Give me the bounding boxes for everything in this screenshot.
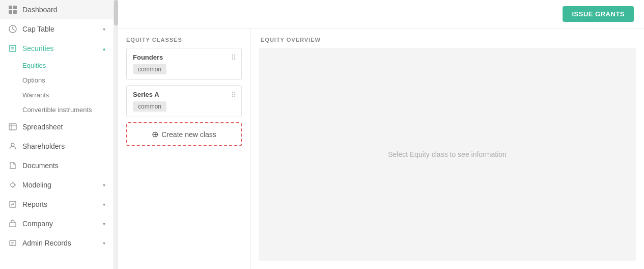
admin-records-icon [8,238,17,248]
chevron-down-icon: ▾ [103,202,105,207]
card-tag-series-a: common [133,101,166,112]
documents-icon [8,161,17,170]
svg-point-11 [11,143,14,146]
sidebar-item-securities[interactable]: Securities ▴ [0,39,114,58]
svg-rect-14 [10,223,16,227]
issue-grants-button[interactable]: ISSUE GRANTS [563,6,634,22]
dashboard-icon [8,5,17,14]
sidebar-item-label: Documents [22,162,59,170]
chevron-down-icon: ▾ [103,221,105,227]
shareholders-icon [8,142,17,151]
equity-overview-header: EQUITY OVERVIEW [250,29,644,48]
equity-overview-panel: EQUITY OVERVIEW Select Equity class to s… [250,29,644,269]
svg-rect-2 [9,10,12,14]
create-new-class-button[interactable]: ⊕ Create new class [126,122,242,146]
sidebar-item-label: Spreadsheet [22,123,63,131]
card-tag-founders: common [133,64,166,74]
sub-item-label: Options [22,76,45,84]
modeling-icon [8,180,17,190]
scrollbar-thumb [114,0,118,25]
svg-rect-0 [9,6,12,9]
sidebar-sub-item-equities[interactable]: Equities [0,58,114,73]
cap-table-icon [8,24,17,34]
equity-class-card-series-a[interactable]: ⠿ Series A common [126,85,242,117]
content-area: EQUITY CLASSES ⠿ Founders common ⠿ Serie… [118,29,644,269]
sidebar-sub-item-convertible[interactable]: Convertible instruments [0,102,114,117]
svg-rect-15 [10,240,16,246]
card-title-founders: Founders [133,53,235,61]
chevron-down-icon: ▾ [103,240,105,246]
plus-icon: ⊕ [152,129,158,139]
chevron-down-icon: ▾ [103,182,105,188]
equity-classes-header: EQUITY CLASSES [118,29,250,48]
equity-classes-panel: EQUITY CLASSES ⠿ Founders common ⠿ Serie… [118,29,250,269]
sidebar-item-label: Reports [22,200,47,208]
sidebar-item-label: Shareholders [22,142,65,150]
reports-icon [8,200,17,209]
sidebar-item-dashboard[interactable]: Dashboard [0,0,114,19]
sidebar-item-spreadsheet[interactable]: Spreadsheet [0,117,114,137]
sidebar-item-reports[interactable]: Reports ▾ [0,195,114,214]
top-bar: ISSUE GRANTS [118,0,644,29]
sidebar-scrollbar[interactable] [114,0,118,269]
equity-classes-scroll: ⠿ Founders common ⠿ Series A common ⊕ Cr… [118,48,250,269]
sidebar-item-label: Cap Table [22,25,54,33]
sidebar-item-cap-table[interactable]: Cap Table ▾ [0,19,114,39]
sidebar-sub-item-options[interactable]: Options [0,73,114,88]
chevron-up-icon: ▴ [103,46,105,51]
svg-point-12 [11,183,15,187]
sidebar-sub-item-warrants[interactable]: Warrants [0,88,114,102]
svg-rect-3 [13,10,17,14]
create-new-class-label: Create new class [161,130,216,139]
sidebar-item-modeling[interactable]: Modeling ▾ [0,175,114,195]
svg-rect-8 [9,124,16,130]
sidebar-item-label: Admin Records [22,239,71,247]
card-title-series-a: Series A [133,91,235,98]
svg-rect-5 [10,45,16,51]
sub-item-label: Warrants [22,91,49,99]
drag-icon: ⠿ [231,53,236,62]
main-content: ISSUE GRANTS EQUITY CLASSES ⠿ Founders c… [118,0,644,269]
sidebar-item-label: Modeling [22,181,51,189]
sidebar-item-shareholders[interactable]: Shareholders [0,137,114,156]
svg-rect-1 [13,6,17,9]
sidebar-item-admin-records[interactable]: Admin Records ▾ [0,233,114,253]
company-icon [8,219,17,228]
sidebar-item-company[interactable]: Company ▾ [0,214,114,233]
overview-placeholder-text: Select Equity class to see information [388,150,507,158]
sidebar-item-label: Company [22,220,53,228]
sidebar-item-label: Securities [22,44,53,52]
sidebar-item-label: Dashboard [22,6,58,14]
sidebar: Dashboard Cap Table ▾ Securities ▴ Equit… [0,0,114,269]
equity-overview-content: Select Equity class to see information [259,48,636,261]
sidebar-item-documents[interactable]: Documents [0,156,114,175]
spreadsheet-icon [8,122,17,131]
sub-item-label: Convertible instruments [22,106,92,114]
equity-class-card-founders[interactable]: ⠿ Founders common [126,48,242,80]
drag-icon: ⠿ [231,91,236,99]
chevron-down-icon: ▾ [103,26,105,32]
securities-icon [8,44,17,53]
sub-item-label: Equities [22,62,46,69]
